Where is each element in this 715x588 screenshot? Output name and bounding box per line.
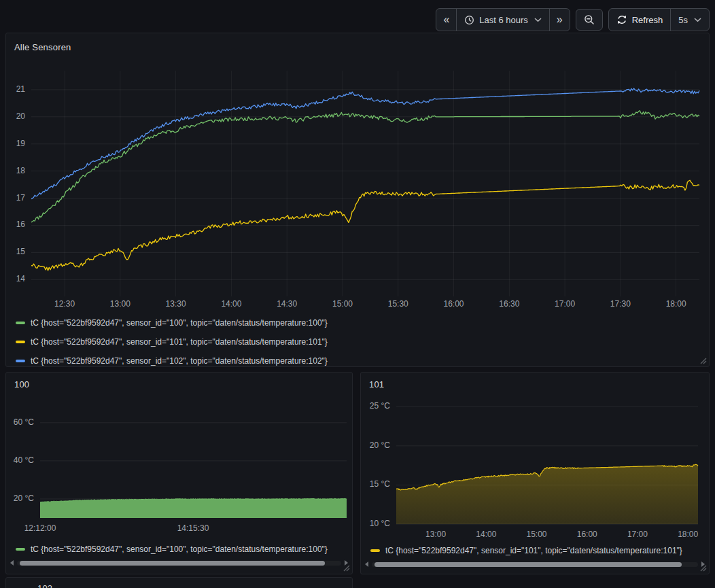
x-axis-tick-label: 15:00 [332, 299, 353, 309]
refresh-interval-value: 5s [678, 15, 688, 25]
chevron-down-icon [534, 18, 542, 22]
magnifier-zoom-out-icon [584, 14, 595, 25]
x-axis-tick-label: 13:00 [110, 299, 130, 309]
clock-icon [464, 15, 474, 25]
legend-label: tC {host="522bf9592d47", sensor_id="100"… [31, 318, 328, 328]
x-axis-tick-label: 16:00 [444, 299, 464, 309]
y-axis-tick-label: 15 °C [361, 479, 390, 489]
y-axis-tick-label: 25 °C [361, 401, 390, 411]
panel-sensor-101: 101 10 °C15 °C20 °C25 °C13:0014:0015:001… [360, 372, 710, 574]
grafana-dashboard: « Last 6 hours » [0, 0, 715, 588]
refresh-interval-dropdown[interactable]: 5s [670, 9, 709, 31]
refresh-group: Refresh 5s [608, 8, 710, 31]
y-axis-tick-label: 16 [6, 220, 25, 229]
legend-item-sensor-101[interactable]: tC {host="522bf9592d47", sensor_id="101"… [16, 332, 703, 351]
y-axis-tick-label: 14 [6, 274, 25, 283]
legend-item-sensor-100[interactable]: tC {host="522bf9592d47", sensor_id="100"… [16, 544, 347, 555]
legend-item-sensor-102[interactable]: tC {host="522bf9592d47", sensor_id="102"… [16, 351, 703, 370]
refresh-sync-icon [616, 14, 627, 25]
legend-swatch [370, 549, 380, 552]
x-axis-tick-label: 16:00 [577, 530, 597, 539]
x-axis-tick-label: 14:00 [221, 299, 241, 309]
y-axis-tick-label: 20 °C [361, 440, 390, 450]
panel-resize-handle[interactable] [699, 564, 707, 572]
y-axis-tick-label: 17 [6, 193, 25, 203]
x-axis-tick-label: 12:12:00 [24, 523, 56, 533]
x-axis-tick-label: 15:00 [527, 530, 547, 539]
panel-title: 102 [37, 583, 52, 588]
y-axis-tick-label: 18 [6, 166, 25, 175]
panel-sensor-100: 100 20 °C40 °C60 °C12:12:0014:15:30 tC {… [5, 372, 353, 574]
refresh-label: Refresh [632, 15, 663, 25]
time-range-picker-button[interactable]: Last 6 hours [456, 9, 549, 31]
scroll-left-arrow-icon[interactable] [10, 560, 14, 566]
chart-legend: tC {host="522bf9592d47", sensor_id="101"… [370, 545, 703, 556]
zoom-out-time-button[interactable] [576, 9, 603, 31]
legend-scrollbar[interactable] [10, 559, 348, 567]
x-axis-tick-label: 17:00 [627, 530, 648, 539]
dashboard-time-controls: « Last 6 hours » [436, 9, 710, 31]
time-picker-group: « Last 6 hours » [436, 8, 570, 31]
y-axis-tick-label: 20 [6, 111, 25, 121]
legend-swatch [16, 322, 25, 324]
x-axis-tick-label: 13:00 [425, 530, 446, 539]
x-axis-tick-label: 16:30 [499, 299, 519, 309]
legend-swatch [16, 548, 25, 551]
chart-legend: tC {host="522bf9592d47", sensor_id="100"… [16, 544, 347, 555]
x-axis-tick-label: 17:30 [610, 299, 631, 309]
y-axis-tick-label: 10 °C [361, 519, 390, 528]
refresh-button[interactable]: Refresh [609, 9, 671, 31]
legend-swatch [16, 341, 25, 343]
panel-resize-handle[interactable] [699, 356, 707, 364]
x-axis-tick-label: 14:00 [476, 530, 496, 539]
panel-sensor-102: 102 [5, 577, 353, 588]
panel-resize-handle[interactable] [342, 564, 350, 572]
legend-label: tC {host="522bf9592d47", sensor_id="101"… [31, 337, 328, 347]
legend-label: tC {host="522bf9592d47", sensor_id="100"… [31, 544, 328, 554]
legend-label: tC {host="522bf9592d47", sensor_id="101"… [385, 546, 682, 555]
x-axis-tick-label: 12:30 [54, 299, 75, 309]
x-axis-tick-label: 18:00 [666, 299, 686, 309]
x-axis-tick-label: 14:30 [277, 299, 297, 309]
y-axis-tick-label: 19 [6, 139, 25, 148]
x-axis-tick-label: 14:15:30 [177, 523, 209, 533]
x-axis-tick-label: 13:30 [166, 299, 186, 309]
y-axis-tick-label: 15 [6, 247, 25, 256]
y-axis-tick-label: 60 °C [6, 417, 34, 427]
scrollbar-thumb[interactable] [374, 562, 682, 567]
y-axis-tick-label: 20 °C [6, 494, 34, 503]
scrollbar-thumb[interactable] [20, 561, 325, 566]
legend-label: tC {host="522bf9592d47", sensor_id="102"… [31, 356, 328, 366]
time-range-label: Last 6 hours [479, 15, 528, 25]
scroll-left-arrow-icon[interactable] [365, 561, 368, 567]
x-axis-tick-label: 15:30 [388, 299, 408, 309]
time-shift-back-button[interactable]: « [436, 9, 456, 31]
x-axis-tick-label: 18:00 [678, 530, 698, 539]
panel-alle-sensoren: Alle Sensoren 141516171819202112:3013:00… [5, 33, 710, 367]
x-axis-tick-label: 17:00 [555, 299, 575, 309]
legend-item-sensor-101[interactable]: tC {host="522bf9592d47", sensor_id="101"… [370, 545, 703, 556]
y-axis-tick-label: 21 [6, 84, 25, 94]
time-shift-forward-button[interactable]: » [549, 9, 570, 31]
legend-scrollbar[interactable] [365, 560, 705, 568]
chart-legend: tC {host="522bf9592d47", sensor_id="100"… [16, 313, 703, 370]
chevron-down-icon [694, 18, 701, 22]
area-chart-sensor-101[interactable]: 10 °C15 °C20 °C25 °C13:0014:0015:0016:00… [361, 373, 709, 574]
legend-swatch [16, 360, 25, 362]
legend-item-sensor-100[interactable]: tC {host="522bf9592d47", sensor_id="100"… [16, 313, 703, 332]
y-axis-tick-label: 40 °C [6, 455, 34, 465]
